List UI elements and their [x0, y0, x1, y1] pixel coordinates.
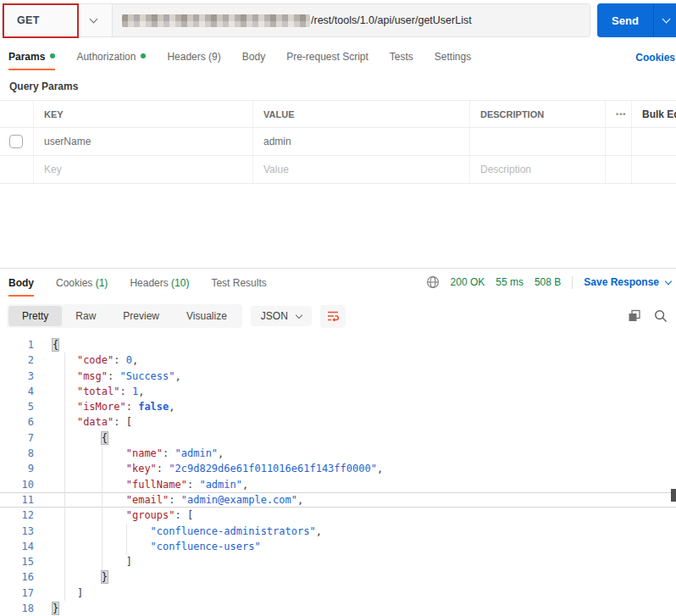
send-button[interactable]: Send	[597, 3, 676, 37]
method-selector[interactable]: GET	[3, 4, 112, 36]
code-line: 7 {	[0, 430, 676, 446]
param-key-placeholder[interactable]: Key	[34, 156, 253, 183]
line-number: 12	[0, 508, 34, 523]
scrollbar-mark[interactable]	[671, 489, 676, 502]
response-meta: 200 OK 55 ms 508 B Save Response	[426, 275, 671, 289]
copy-response-button[interactable]	[628, 309, 641, 323]
wrap-lines-icon	[326, 309, 340, 323]
params-status-dot	[50, 53, 55, 58]
save-response-button[interactable]: Save Response	[584, 276, 671, 288]
table-placeholder-row: Key Value Description	[0, 156, 676, 184]
line-number: 9	[0, 461, 34, 476]
view-preview-button[interactable]: Preview	[109, 306, 173, 326]
view-visualize-button[interactable]: Visualize	[173, 306, 241, 326]
pane-divider[interactable]	[0, 268, 676, 269]
more-options-icon: •••	[616, 110, 626, 119]
tab-settings[interactable]: Settings	[435, 47, 471, 70]
tab-body-label: Body	[242, 51, 265, 63]
response-time[interactable]: 55 ms	[496, 276, 524, 288]
checkbox-column-header	[0, 101, 34, 127]
code-line: 5 "isMore": false,	[0, 399, 676, 414]
tab-tests[interactable]: Tests	[390, 47, 413, 70]
meta-divider	[572, 276, 573, 289]
table-header-row: KEY VALUE DESCRIPTION ••• Bulk Edit	[0, 100, 676, 128]
headers-count: (10)	[171, 277, 189, 289]
method-label: GET	[17, 14, 40, 26]
param-description-field[interactable]	[470, 128, 606, 155]
view-raw-button[interactable]: Raw	[62, 306, 109, 326]
param-value-placeholder[interactable]: Value	[253, 156, 470, 183]
tab-authorization-label: Authorization	[76, 51, 136, 63]
tab-headers[interactable]: Headers (9)	[167, 47, 220, 70]
line-number: 13	[0, 524, 34, 539]
tab-settings-label: Settings	[435, 51, 471, 63]
placeholder-checkbox-cell	[0, 156, 34, 183]
search-response-button[interactable]	[654, 309, 668, 323]
tab-params-label: Params	[8, 51, 45, 63]
param-value-field[interactable]: admin	[253, 128, 470, 155]
cookies-count: (1)	[96, 277, 108, 289]
status-code[interactable]: 200 OK	[451, 276, 485, 288]
wrap-lines-button[interactable]	[320, 305, 346, 328]
response-body-editor[interactable]: 1{2 "code": 0,3 "msg": "Success",4 "tota…	[0, 337, 676, 616]
tab-response-cookies[interactable]: Cookies (1)	[56, 273, 108, 297]
line-number: 1	[0, 337, 34, 352]
description-column-header: DESCRIPTION	[470, 101, 606, 127]
bulk-edit-button[interactable]: Bulk Edit	[632, 101, 676, 127]
indent-guide	[126, 524, 127, 555]
tab-response-headers[interactable]: Headers (10)	[130, 273, 189, 297]
line-number: 18	[0, 601, 34, 616]
save-response-chevron-icon	[665, 277, 672, 284]
row-extra-cell	[632, 128, 676, 155]
line-number: 17	[0, 585, 34, 601]
request-bar: GET /rest/tools/1.0/api/user/getUserList…	[0, 3, 676, 37]
row-checkbox-cell	[0, 128, 34, 155]
tab-response-cookies-label: Cookies	[56, 277, 92, 289]
url-input[interactable]: /rest/tools/1.0/api/user/getUserList	[112, 4, 590, 36]
network-globe-icon[interactable]	[426, 275, 440, 289]
tab-response-body-label: Body	[8, 277, 34, 289]
tab-params[interactable]: Params	[8, 47, 55, 70]
language-select[interactable]: JSON	[251, 306, 312, 326]
tab-response-body[interactable]: Body	[8, 273, 34, 297]
line-number: 16	[0, 569, 34, 585]
tab-response-headers-label: Headers	[130, 277, 168, 289]
redacted-url-segment	[122, 14, 310, 27]
request-tabs: Params Authorization Headers (9) Body Pr…	[0, 47, 676, 71]
row-extra-cell	[632, 156, 676, 183]
line-number: 14	[0, 539, 34, 554]
param-key-field[interactable]: userName	[34, 128, 253, 155]
tab-test-results[interactable]: Test Results	[211, 273, 266, 297]
response-toolbar: Pretty Raw Preview Visualize JSON	[7, 303, 669, 329]
key-column-header: KEY	[34, 101, 253, 127]
annotation-highlight-box	[3, 3, 79, 38]
view-pretty-button[interactable]: Pretty	[8, 306, 62, 326]
line-number: 8	[0, 446, 34, 461]
cookies-link[interactable]: Cookies	[635, 52, 675, 64]
tab-test-results-label: Test Results	[211, 277, 266, 289]
tab-body[interactable]: Body	[242, 47, 265, 70]
url-path-text: /rest/tools/1.0/api/user/getUserList	[311, 14, 472, 26]
tab-pre-request-script[interactable]: Pre-request Script	[286, 47, 368, 70]
bulk-edit-label: Bulk Edit	[642, 108, 676, 120]
chevron-down-icon[interactable]	[90, 15, 98, 24]
send-split-divider	[653, 3, 654, 37]
line-number: 2	[0, 352, 34, 368]
row-extra-cell	[606, 128, 632, 155]
code-line: 16 }	[0, 569, 676, 585]
code-line: 3 "msg": "Success",	[0, 369, 676, 384]
code-line: 4 "total": 1,	[0, 384, 676, 399]
send-options-chevron-icon[interactable]	[662, 15, 671, 24]
row-checkbox[interactable]	[9, 135, 23, 148]
tab-authorization[interactable]: Authorization	[76, 47, 146, 70]
tab-tests-label: Tests	[390, 51, 413, 63]
query-params-table: KEY VALUE DESCRIPTION ••• Bulk Edit user…	[0, 100, 676, 184]
line-number: 10	[0, 477, 34, 492]
line-number: 5	[0, 399, 34, 414]
response-size[interactable]: 508 B	[535, 276, 561, 288]
param-description-placeholder[interactable]: Description	[470, 156, 606, 183]
more-options-button[interactable]: •••	[606, 101, 632, 127]
tab-pre-request-script-label: Pre-request Script	[286, 51, 368, 63]
code-line: 6 "data": [	[0, 414, 676, 430]
url-container: GET /rest/tools/1.0/api/user/getUserList	[2, 3, 590, 37]
